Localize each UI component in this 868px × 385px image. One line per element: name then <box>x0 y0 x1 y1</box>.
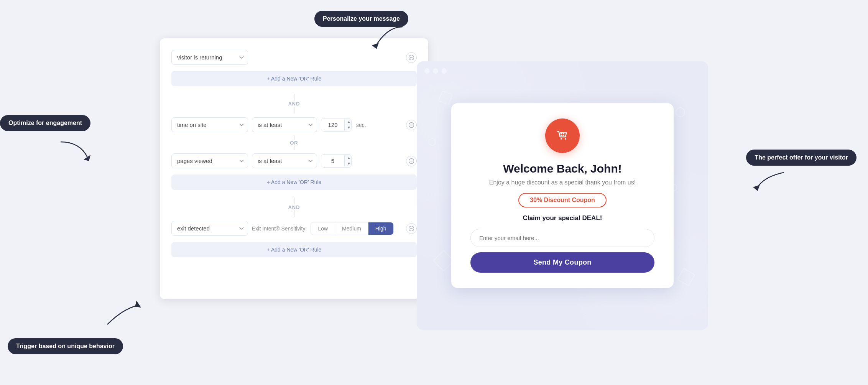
arrow-perfect-icon <box>749 169 787 192</box>
remove-rule-2-button[interactable] <box>406 120 417 130</box>
deco-5 <box>677 268 695 286</box>
or-divider-1: OR <box>171 135 417 150</box>
deco-1 <box>438 90 453 105</box>
time-value-input-wrap: ▲ ▼ <box>321 118 352 132</box>
deco-2 <box>427 137 436 146</box>
rules-panel: visitor is returning + Add a New 'OR' Ru… <box>160 38 428 299</box>
minus-circle-icon-2 <box>409 122 414 128</box>
sensitivity-label: Exit Intent® Sensitivity: <box>252 225 307 232</box>
pages-value-input-wrap: ▲ ▼ <box>321 154 352 168</box>
time-spinner-down[interactable]: ▼ <box>345 125 352 130</box>
pages-value-input[interactable] <box>321 155 344 167</box>
rule-block-2: time on site is at least ▲ ▼ sec. <box>171 117 417 132</box>
arrow-trigger-icon <box>100 298 146 328</box>
popup-subtitle: Enjoy a huge discount as a special thank… <box>470 179 654 186</box>
annotation-optimize: Optimize for engagement <box>0 115 90 131</box>
dot-1 <box>424 68 430 74</box>
cart-icon-circle <box>545 118 580 153</box>
time-operator-select[interactable]: is at least <box>252 117 317 132</box>
sensitivity-buttons: Low Medium High <box>311 222 393 235</box>
exit-detected-select[interactable]: exit detected <box>171 221 248 236</box>
pages-viewed-select[interactable]: pages viewed <box>171 153 248 168</box>
svg-point-12 <box>561 138 562 140</box>
rule-block-3: pages viewed is at least ▲ ▼ <box>171 153 417 168</box>
minus-circle-icon <box>409 55 414 60</box>
pages-operator-select[interactable]: is at least <box>252 153 317 168</box>
preview-panel: Welcome Back, John! Enjoy a huge discoun… <box>417 61 708 330</box>
minus-circle-icon-3 <box>409 158 414 164</box>
cart-icon <box>553 126 572 145</box>
popup-title: Welcome Back, John! <box>470 162 654 175</box>
time-on-site-select[interactable]: time on site <box>171 117 248 132</box>
pages-spinner-down[interactable]: ▼ <box>345 161 352 166</box>
pages-spinner: ▲ ▼ <box>344 155 352 166</box>
time-spinner-up[interactable]: ▲ <box>345 119 352 125</box>
rule-row-4: exit detected Exit Intent® Sensitivity: … <box>171 221 417 236</box>
rule-row-2: time on site is at least ▲ ▼ sec. <box>171 117 417 132</box>
popup-card: Welcome Back, John! Enjoy a huge discoun… <box>451 103 674 288</box>
sensitivity-low-button[interactable]: Low <box>311 222 335 235</box>
email-input[interactable] <box>470 229 654 247</box>
add-or-rule-1-button[interactable]: + Add a New 'OR' Rule <box>171 71 417 86</box>
time-unit-label: sec. <box>356 122 366 128</box>
dot-3 <box>441 68 447 74</box>
sensitivity-high-button[interactable]: High <box>368 222 393 235</box>
time-spinner: ▲ ▼ <box>344 119 352 130</box>
minus-circle-icon-4 <box>409 226 414 231</box>
and-divider-2: AND <box>171 197 417 217</box>
remove-rule-3-button[interactable] <box>406 156 417 166</box>
annotation-trigger: Trigger based on unique behavior <box>8 338 123 354</box>
dot-2 <box>433 68 438 74</box>
arrow-optimize-icon <box>57 138 95 161</box>
svg-marker-2 <box>135 301 141 308</box>
add-or-rule-2-button[interactable]: + Add a New 'OR' Rule <box>171 174 417 190</box>
visitor-condition-select[interactable]: visitor is returning <box>171 50 248 65</box>
time-value-input[interactable] <box>321 118 344 131</box>
popup-claim: Claim your special DEAL! <box>470 214 654 222</box>
coupon-badge: 30% Discount Coupon <box>518 193 607 207</box>
sensitivity-medium-button[interactable]: Medium <box>335 222 368 235</box>
rule-row-3: pages viewed is at least ▲ ▼ <box>171 153 417 168</box>
rule-block-4: exit detected Exit Intent® Sensitivity: … <box>171 221 417 236</box>
annotation-perfect: The perfect offer for your visitor <box>746 150 856 166</box>
send-coupon-button[interactable]: Send My Coupon <box>470 252 654 273</box>
arrow-personalize-icon <box>364 23 410 54</box>
deco-4 <box>676 107 685 117</box>
main-container: Personalize your message Optimize for en… <box>0 0 868 385</box>
pages-spinner-up[interactable]: ▲ <box>345 155 352 161</box>
annotation-personalize: Personalize your message <box>314 11 408 27</box>
svg-marker-0 <box>372 43 379 49</box>
svg-marker-17 <box>753 185 760 191</box>
and-divider-1: AND <box>171 94 417 114</box>
svg-point-13 <box>565 138 566 140</box>
remove-rule-4-button[interactable] <box>406 223 417 234</box>
preview-dots <box>424 68 447 74</box>
add-or-rule-3-button[interactable]: + Add a New 'OR' Rule <box>171 242 417 257</box>
